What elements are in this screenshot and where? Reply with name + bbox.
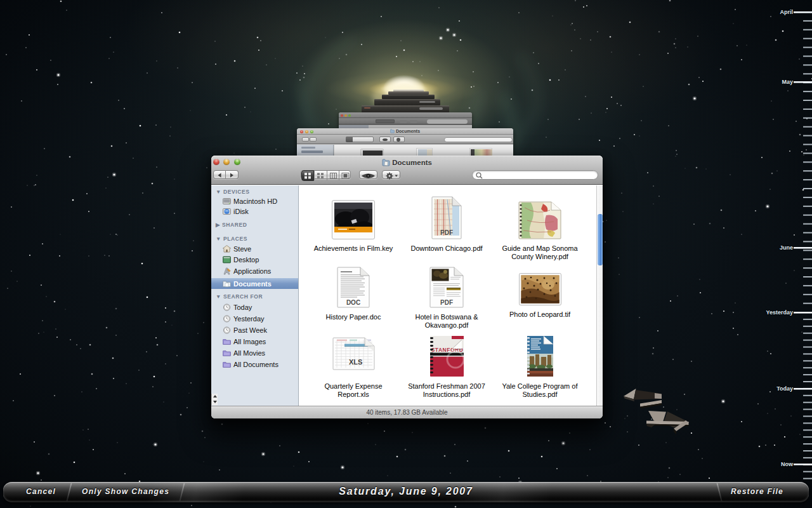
svg-text:XLS: XLS bbox=[349, 358, 362, 366]
svg-text:PDF: PDF bbox=[440, 229, 453, 236]
svg-text:PDF: PDF bbox=[440, 299, 453, 306]
svg-text:DOC: DOC bbox=[346, 299, 360, 306]
